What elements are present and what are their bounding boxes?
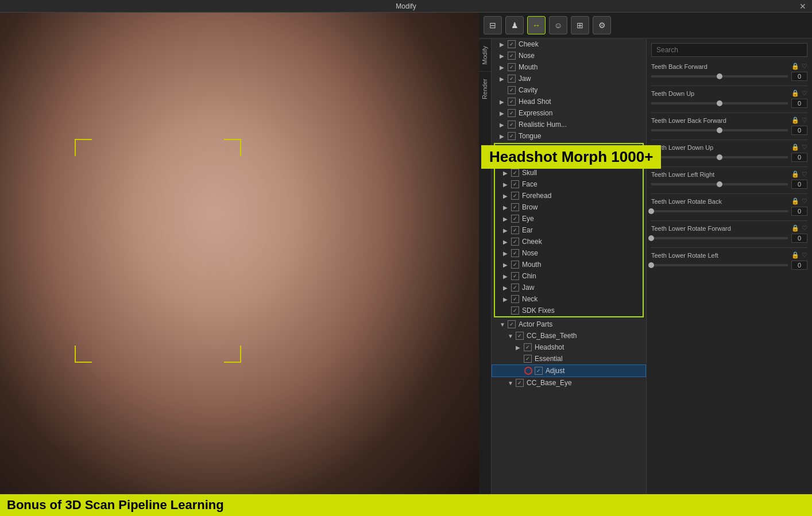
tree-item-cheek[interactable]: ▶ ✓ Cheek	[495, 236, 643, 247]
toolbar-person-btn[interactable]: ♟	[505, 16, 524, 34]
lock-icon-7[interactable]: 🔒	[791, 251, 799, 259]
prop-value-0[interactable]	[791, 72, 807, 81]
checkbox-cheek[interactable]: ✓	[511, 238, 519, 246]
checkbox-adjust[interactable]: ✓	[535, 367, 543, 375]
prop-value-6[interactable]	[791, 234, 807, 243]
tree-item-chin[interactable]: ▶ ✓ Chin	[495, 270, 643, 282]
prop-slider-0[interactable]	[651, 75, 788, 77]
search-input[interactable]	[651, 43, 807, 57]
toolbar-grid-btn[interactable]: ⊞	[571, 16, 589, 34]
tree-item-cavity-top[interactable]: ✓ Cavity	[492, 84, 646, 96]
close-button[interactable]: ✕	[799, 2, 806, 11]
lock-icon-6[interactable]: 🔒	[791, 224, 799, 232]
lock-icon-5[interactable]: 🔒	[791, 197, 799, 205]
tree-item-sdk-fixes[interactable]: ✓ SDK Fixes	[495, 305, 643, 316]
lock-icon-4[interactable]: 🔒	[791, 170, 799, 178]
tree-item-nose[interactable]: ▶ ✓ Nose	[495, 247, 643, 259]
tree-item-adjust[interactable]: ✓ Adjust	[492, 364, 646, 377]
checkbox-cheek-top[interactable]: ✓	[508, 40, 516, 48]
prop-divider-0	[651, 86, 807, 86]
checkbox-realistic-top[interactable]: ✓	[508, 121, 516, 129]
lock-icon-2[interactable]: 🔒	[791, 117, 799, 124]
tree-item-headshot-top[interactable]: ▶ ✓ Head Shot	[492, 96, 646, 107]
tree-item-jaw[interactable]: ▶ ✓ Jaw	[495, 282, 643, 293]
tree-item-mouth[interactable]: ▶ ✓ Mouth	[495, 259, 643, 270]
prop-value-4[interactable]	[791, 180, 807, 189]
checkbox-tongue-top[interactable]: ✓	[508, 132, 516, 140]
prop-slider-5[interactable]	[651, 210, 788, 212]
toolbar-face-btn[interactable]: ☺	[549, 16, 567, 34]
checkbox-essential[interactable]: ✓	[524, 355, 532, 363]
checkbox-eye[interactable]: ✓	[511, 215, 519, 223]
prop-slider-4[interactable]	[651, 183, 788, 185]
tree-item-cc-base-eye[interactable]: ▼ ✓ CC_Base_Eye	[492, 377, 646, 389]
lock-icon-3[interactable]: 🔒	[791, 143, 799, 151]
checkbox-skull[interactable]: ✓	[511, 169, 519, 177]
heart-icon-7[interactable]: ♡	[802, 251, 807, 259]
lock-icon-1[interactable]: 🔒	[791, 90, 799, 97]
toolbar-sliders-btn[interactable]: ⊟	[484, 16, 502, 34]
heart-icon-5[interactable]: ♡	[802, 197, 807, 205]
lock-icon-0[interactable]: 🔒	[791, 63, 799, 70]
heart-icon-3[interactable]: ♡	[802, 143, 807, 151]
tree-item-cc-base-teeth[interactable]: ▼ ✓ CC_Base_Teeth	[492, 330, 646, 342]
tree-item-jaw-top[interactable]: ▶ ✓ Jaw	[492, 73, 646, 84]
checkbox-jaw-top[interactable]: ✓	[508, 75, 516, 83]
prop-value-5[interactable]	[791, 207, 807, 216]
checkbox-sdk-fixes[interactable]: ✓	[511, 307, 519, 315]
checkbox-brow[interactable]: ✓	[511, 203, 519, 211]
tree-panel[interactable]: ▶ ✓ Cheek ▶ ✓ Nose ▶ ✓ Mouth ▶ ✓ Jaw	[492, 38, 647, 516]
prop-value-1[interactable]	[791, 99, 807, 108]
checkbox-forehead[interactable]: ✓	[511, 192, 519, 200]
heart-icon-2[interactable]: ♡	[802, 117, 807, 124]
heart-icon-4[interactable]: ♡	[802, 170, 807, 178]
checkbox-cc-base-teeth[interactable]: ✓	[516, 332, 524, 340]
prop-slider-1[interactable]	[651, 102, 788, 104]
checkbox-mouth-top[interactable]: ✓	[508, 63, 516, 71]
tree-item-ear[interactable]: ▶ ✓ Ear	[495, 224, 643, 236]
toolbar-gear-btn[interactable]: ⚙	[593, 16, 611, 34]
checkbox-face[interactable]: ✓	[511, 180, 519, 188]
checkbox-expression-top[interactable]: ✓	[508, 109, 516, 117]
heart-icon-6[interactable]: ♡	[802, 224, 807, 232]
prop-value-2[interactable]	[791, 126, 807, 135]
checkbox-cavity-top[interactable]: ✓	[508, 86, 516, 94]
tree-item-cheek-top[interactable]: ▶ ✓ Cheek	[492, 38, 646, 50]
checkbox-mouth[interactable]: ✓	[511, 261, 519, 269]
tree-item-tongue-top[interactable]: ▶ ✓ Tongue	[492, 130, 646, 142]
checkbox-headshot-teeth[interactable]: ✓	[524, 343, 532, 351]
heart-icon-1[interactable]: ♡	[802, 90, 807, 97]
prop-slider-2[interactable]	[651, 129, 788, 131]
tree-item-actor-parts[interactable]: ▼ ✓ Actor Parts	[492, 319, 646, 330]
checkbox-jaw[interactable]: ✓	[511, 284, 519, 292]
tree-item-skull[interactable]: ▶ ✓ Skull	[495, 167, 643, 179]
tree-item-forehead[interactable]: ▶ ✓ Forehead	[495, 190, 643, 201]
tree-item-mouth-top[interactable]: ▶ ✓ Mouth	[492, 61, 646, 73]
tree-item-essential[interactable]: ✓ Essential	[492, 353, 646, 364]
checkbox-ear[interactable]: ✓	[511, 226, 519, 234]
checkbox-headshot-top[interactable]: ✓	[508, 98, 516, 106]
prop-value-7[interactable]	[791, 261, 807, 270]
heart-icon-0[interactable]: ♡	[802, 63, 807, 70]
checkbox-neck[interactable]: ✓	[511, 295, 519, 303]
tree-item-neck[interactable]: ▶ ✓ Neck	[495, 293, 643, 305]
checkbox-nose-top[interactable]: ✓	[508, 52, 516, 60]
toolbar-arrow-btn[interactable]: ↔	[527, 16, 546, 34]
prop-value-3[interactable]	[791, 153, 807, 162]
checkbox-chin[interactable]: ✓	[511, 272, 519, 280]
checkbox-nose[interactable]: ✓	[511, 249, 519, 257]
tree-item-realistic-top[interactable]: ▶ ✓ Realistic Hum...	[492, 119, 646, 130]
tree-item-brow[interactable]: ▶ ✓ Brow	[495, 201, 643, 213]
checkbox-actor-parts[interactable]: ✓	[508, 320, 516, 328]
tree-item-eye[interactable]: ▶ ✓ Eye	[495, 213, 643, 224]
prop-slider-3[interactable]	[651, 156, 788, 158]
prop-slider-6[interactable]	[651, 237, 788, 239]
tree-item-expression-top[interactable]: ▶ ✓ Expression	[492, 107, 646, 119]
render-tab[interactable]: Render	[479, 71, 491, 106]
prop-slider-7[interactable]	[651, 264, 788, 266]
checkbox-cc-base-eye[interactable]: ✓	[516, 379, 524, 387]
tree-item-nose-top[interactable]: ▶ ✓ Nose	[492, 50, 646, 61]
tree-item-headshot-teeth[interactable]: ▶ ✓ Headshot	[492, 342, 646, 353]
modify-tab[interactable]: Modify	[479, 38, 491, 71]
tree-item-face[interactable]: ▶ ✓ Face	[495, 179, 643, 190]
